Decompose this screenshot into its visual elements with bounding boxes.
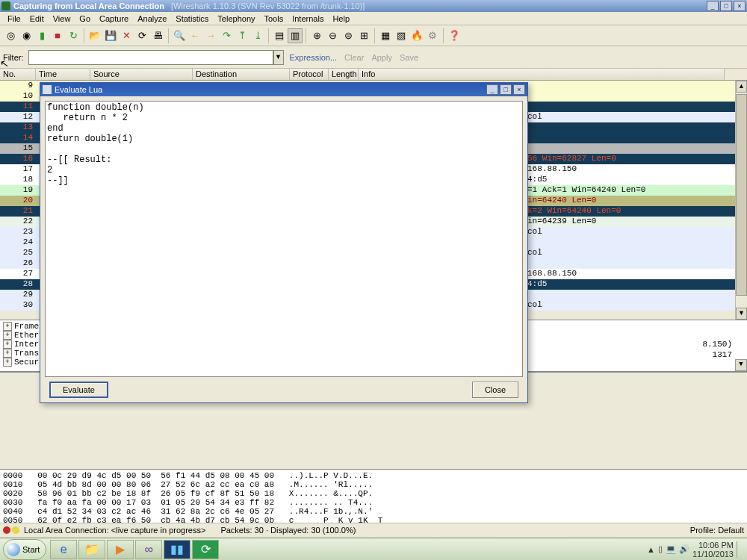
goto-icon[interactable]: ↷ [219,28,234,43]
scroll-down-icon[interactable]: ▼ [735,359,747,371]
dialog-titlebar[interactable]: Evaluate Lua _ □ × [40,83,527,96]
taskbar-vs-icon[interactable]: ∞ [135,540,162,559]
scrollbar[interactable]: ▲ ▼ [735,81,747,320]
stop-capture-icon[interactable]: ■ [50,28,65,43]
titlebar: Capturing from Local Area Connection [Wi… [0,0,747,12]
menu-statistics[interactable]: Statistics [171,13,213,25]
dialog-maximize-button[interactable]: □ [500,84,512,95]
colheader-destination[interactable]: Destination [193,69,290,80]
resize-cols-icon[interactable]: ⊞ [356,28,371,43]
expand-icon[interactable]: + [3,340,12,349]
save-link[interactable]: Save [398,53,420,62]
colheader-time[interactable]: Time [36,69,90,80]
minimize-button[interactable]: _ [707,1,719,11]
zoomout-icon[interactable]: ⊖ [325,28,340,43]
colheader-info[interactable]: Info [359,69,725,80]
menu-go[interactable]: Go [75,13,95,25]
filter-input[interactable] [28,50,273,65]
maximize-button[interactable]: □ [720,1,732,11]
expand-icon[interactable]: + [3,331,12,340]
dialog-icon [43,85,52,94]
start-button[interactable]: Start [3,539,46,560]
zoomin-icon[interactable]: ⊕ [309,28,324,43]
scroll-down-icon[interactable]: ▼ [736,308,747,320]
taskbar-media-icon[interactable]: ▶ [107,540,134,559]
taskbar-explorer-icon[interactable]: 📁 [78,540,105,559]
display-filters-icon[interactable]: ▧ [394,28,409,43]
print-icon[interactable]: 🖶 [150,28,165,43]
dialog-close-button[interactable]: × [513,84,525,95]
colorize-icon[interactable]: ▤ [272,28,287,43]
toolbar: ◎ ◉ ▮ ■ ↻ 📂 💾 ✕ ⟳ 🖶 🔍 ← → ↷ ⤒ ⤓ ▤ ▥ ⊕ ⊖ … [0,25,747,46]
expression-link[interactable]: Expression... [288,53,339,62]
options-icon[interactable]: ◉ [19,28,34,43]
dialog-close-btn[interactable]: Close [472,382,518,398]
taskbar-ie-icon[interactable]: e [50,540,77,559]
detail-right-fragment-1: 8.150) [702,340,732,349]
scroll-up-icon[interactable]: ▲ [736,81,747,93]
tray-clock[interactable]: 10:06 PM 11/10/2013 [692,541,734,559]
menu-tools[interactable]: Tools [260,13,288,25]
autoscroll-icon[interactable]: ▥ [288,28,303,43]
tray-network-icon[interactable]: 💻 [666,544,676,554]
start-capture-icon[interactable]: ▮ [34,28,49,43]
colheader-length[interactable]: Length [329,69,359,80]
status-connection: Local Area Connection: <live capture in … [24,526,205,535]
column-headers: No.TimeSourceDestinationProtocolLengthIn… [0,69,747,81]
menu-internals[interactable]: Internals [288,13,328,25]
apply-link[interactable]: Apply [370,53,394,62]
taskbar-app-icon[interactable]: ⟳ [192,540,219,559]
lua-code-textarea[interactable] [45,101,523,377]
menu-edit[interactable]: Edit [25,13,49,25]
filter-dropdown[interactable]: ▼ [273,50,284,65]
first-icon[interactable]: ⤒ [235,28,249,43]
system-tray[interactable]: ▲ ▯ 💻 🔊 10:06 PM 11/10/2013 [642,541,747,559]
last-icon[interactable]: ⤓ [250,28,265,43]
windows-orb-icon [7,543,20,556]
capture-filters-icon[interactable]: ▦ [378,28,393,43]
forward-icon[interactable]: → [203,28,218,43]
colheader-source[interactable]: Source [90,69,193,80]
evaluate-button[interactable]: Evaluate [49,382,108,398]
restart-capture-icon[interactable]: ↻ [66,28,81,43]
help-icon[interactable]: ❓ [447,28,462,43]
show-desktop-button[interactable] [737,541,743,558]
menu-capture[interactable]: Capture [95,13,133,25]
dialog-title: Evaluate Lua [55,85,486,94]
menu-view[interactable]: View [49,13,75,25]
save-icon[interactable]: 💾 [103,28,118,43]
colheader-no[interactable]: No. [0,69,36,80]
taskbar-wireshark-icon[interactable]: ▮▮ [164,540,190,559]
reload-icon[interactable]: ⟳ [134,28,149,43]
menu-help[interactable]: Help [328,13,354,25]
menu-file[interactable]: File [3,13,25,25]
expand-icon[interactable]: + [3,322,12,331]
close-button[interactable]: × [734,1,746,11]
status-bar: Local Area Connection: <live capture in … [0,523,747,536]
scroll-thumb[interactable] [736,94,747,296]
close-file-icon[interactable]: ✕ [119,28,134,43]
find-icon[interactable]: 🔍 [172,28,187,43]
window-title: Capturing from Local Area Connection [13,1,164,10]
status-profile: Profile: Default [690,526,744,535]
zoom100-icon[interactable]: ⊜ [341,28,356,43]
menu-analyze[interactable]: Analyze [133,13,171,25]
open-icon[interactable]: 📂 [87,28,102,43]
tray-flag-icon[interactable]: ▯ [658,544,663,554]
coloring-rules-icon[interactable]: 🔥 [409,28,424,43]
dialog-minimize-button[interactable]: _ [486,84,498,95]
colheader-protocol[interactable]: Protocol [290,69,329,80]
hex-pane[interactable]: 0000 00 0c 29 d9 4c d5 00 50 56 f1 44 d5… [0,469,747,523]
clear-link[interactable]: Clear [343,53,365,62]
tray-volume-icon[interactable]: 🔊 [679,544,689,554]
taskbar: Start e 📁 ▶ ∞ ▮▮ ⟳ ▲ ▯ 💻 🔊 10:06 PM 11/1… [0,538,747,560]
expand-icon[interactable]: + [3,349,12,358]
prefs-icon[interactable]: ⚙ [425,28,440,43]
tray-chevron-icon[interactable]: ▲ [647,545,655,554]
status-packets: Packets: 30 · Displayed: 30 (100.0%) [220,526,356,535]
menu-telephony[interactable]: Telephony [213,13,259,25]
detail-right-fragment-2: 1317 [713,350,732,359]
expand-icon[interactable]: + [3,358,12,367]
back-icon[interactable]: ← [187,28,202,43]
interfaces-icon[interactable]: ◎ [3,28,18,43]
